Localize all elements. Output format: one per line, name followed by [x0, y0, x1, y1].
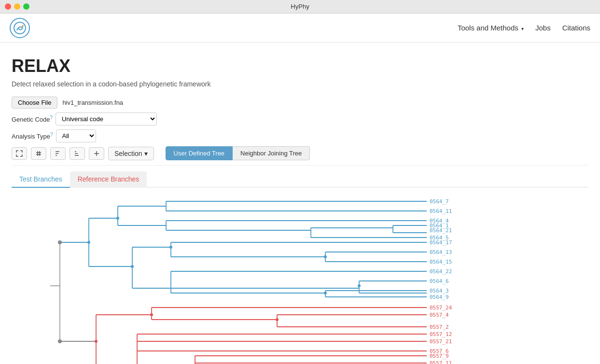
svg-point-1 — [22, 25, 24, 27]
tree-container: 0564_7 0564_11 0564_4 0564_1 0564_21 056… — [12, 192, 588, 364]
svg-point-66 — [116, 217, 119, 220]
genetic-code-row: Genetic Code? Universal code Vertebrate … — [12, 112, 588, 126]
svg-text:0564_21: 0564_21 — [430, 227, 452, 234]
test-branches-tab[interactable]: Test Branches — [12, 171, 70, 188]
layout-icon[interactable] — [89, 147, 104, 160]
svg-text:0564_7: 0564_7 — [430, 198, 449, 205]
svg-point-69 — [169, 246, 172, 249]
analysis-type-help-icon[interactable]: ? — [50, 132, 53, 137]
svg-point-72 — [324, 292, 327, 294]
navbar-links: Tools and Methods ▾ Jobs Citations — [458, 24, 590, 32]
svg-text:0564_13: 0564_13 — [430, 249, 452, 255]
svg-point-74 — [95, 340, 98, 343]
dropdown-arrow-icon: ▾ — [521, 26, 524, 31]
svg-point-71 — [358, 284, 361, 287]
logo-icon — [10, 18, 30, 38]
window-controls — [5, 3, 29, 10]
branch-tabs: Test Branches Reference Branches — [12, 171, 588, 188]
reference-branches-tab[interactable]: Reference Branches — [70, 171, 147, 188]
svg-text:0564_11: 0564_11 — [430, 208, 452, 214]
neighbor-joining-tree-button[interactable]: Neighbor Joining Tree — [233, 146, 310, 160]
svg-point-76 — [276, 318, 279, 321]
titlebar: HyPhy — [0, 0, 600, 14]
maximize-button[interactable] — [23, 3, 29, 10]
genetic-code-help-icon[interactable]: ? — [50, 115, 53, 120]
sort-asc-icon[interactable] — [70, 147, 85, 160]
analysis-type-select[interactable]: All Minimal Full — [56, 129, 96, 142]
svg-text:0557_24: 0557_24 — [430, 305, 452, 311]
genetic-code-label: Genetic Code? — [12, 115, 53, 123]
minimize-button[interactable] — [14, 3, 20, 10]
svg-point-67 — [87, 241, 90, 244]
nav-tools-methods[interactable]: Tools and Methods ▾ — [458, 24, 524, 32]
svg-text:0564_6: 0564_6 — [430, 278, 449, 284]
page-subtitle: Detect relaxed selection in a codon-base… — [12, 80, 588, 88]
toolbar-row: Selection ▾ User Defined Tree Neighbor J… — [12, 146, 588, 166]
collapse-icon[interactable] — [31, 147, 46, 160]
svg-text:0564_9: 0564_9 — [430, 294, 449, 300]
svg-point-70 — [324, 255, 327, 258]
svg-text:0557_12: 0557_12 — [430, 331, 452, 337]
svg-text:0557_2: 0557_2 — [430, 324, 449, 330]
svg-text:0557_11: 0557_11 — [430, 360, 452, 364]
fullscreen-icon[interactable] — [12, 147, 27, 160]
svg-point-80 — [58, 339, 62, 343]
nav-jobs[interactable]: Jobs — [535, 24, 551, 32]
hyphy-logo-svg — [13, 21, 27, 35]
selection-dropdown-arrow-icon: ▾ — [144, 150, 148, 157]
window-title: HyPhy — [291, 3, 309, 10]
svg-text:0564_3: 0564_3 — [430, 288, 449, 294]
svg-point-0 — [14, 22, 26, 34]
svg-point-75 — [150, 313, 153, 316]
analysis-type-row: Analysis Type? All Minimal Full — [12, 129, 588, 142]
navbar: Tools and Methods ▾ Jobs Citations — [0, 14, 600, 42]
phylogenetic-tree-svg: 0564_7 0564_11 0564_4 0564_1 0564_21 056… — [12, 192, 460, 364]
main-content: RELAX Detect relaxed selection in a codo… — [0, 42, 600, 364]
svg-text:0564_22: 0564_22 — [430, 268, 452, 275]
choose-file-button[interactable]: Choose File — [12, 97, 57, 109]
svg-point-73 — [58, 240, 62, 244]
user-defined-tree-button[interactable]: User Defined Tree — [166, 146, 233, 160]
svg-point-68 — [131, 265, 134, 268]
svg-text:0557_21: 0557_21 — [430, 338, 452, 345]
svg-text:0557_9: 0557_9 — [430, 353, 449, 359]
svg-text:0564_15: 0564_15 — [430, 259, 452, 265]
filename-label: hiv1_transmission.fna — [62, 99, 123, 106]
genetic-code-select[interactable]: Universal code Vertebrate mitochondrial … — [56, 112, 157, 126]
sort-desc-icon[interactable] — [50, 147, 66, 160]
selection-label: Selection — [114, 150, 142, 157]
file-chooser-row: Choose File hiv1_transmission.fna — [12, 97, 588, 109]
analysis-type-label: Analysis Type? — [12, 132, 53, 140]
page-title: RELAX — [12, 56, 588, 76]
nav-citations[interactable]: Citations — [562, 24, 590, 32]
tree-type-group: User Defined Tree Neighbor Joining Tree — [166, 146, 310, 160]
svg-text:0564_17: 0564_17 — [430, 239, 452, 246]
logo — [10, 18, 30, 38]
selection-dropdown[interactable]: Selection ▾ — [108, 147, 154, 160]
svg-text:0557_4: 0557_4 — [430, 312, 449, 318]
close-button[interactable] — [5, 3, 11, 10]
